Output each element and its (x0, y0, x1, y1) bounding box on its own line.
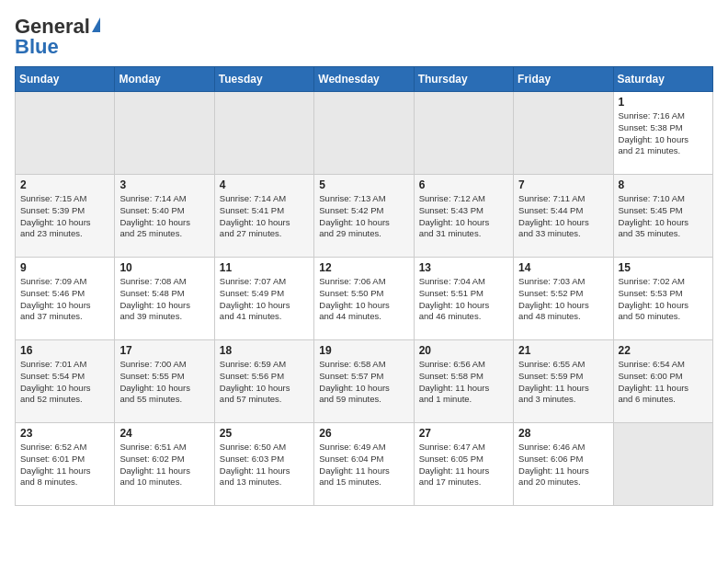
day-number: 26 (319, 427, 408, 440)
calendar-cell: 20Sunrise: 6:56 AM Sunset: 5:58 PM Dayli… (414, 340, 513, 423)
calendar-cell: 16Sunrise: 7:01 AM Sunset: 5:54 PM Dayli… (16, 340, 115, 423)
day-info: Sunrise: 7:13 AM Sunset: 5:42 PM Dayligh… (319, 193, 390, 238)
weekday-header-sunday: Sunday (16, 67, 115, 92)
day-number: 25 (220, 427, 309, 440)
weekday-header-friday: Friday (514, 67, 613, 92)
day-number: 1 (619, 96, 708, 109)
calendar-cell (314, 92, 414, 175)
calendar-cell (414, 92, 513, 175)
logo-arrow-icon (92, 17, 100, 32)
calendar-cell: 10Sunrise: 7:08 AM Sunset: 5:48 PM Dayli… (115, 258, 214, 340)
day-info: Sunrise: 7:07 AM Sunset: 5:49 PM Dayligh… (220, 276, 290, 321)
logo-blue: Blue (15, 35, 59, 59)
day-info: Sunrise: 7:14 AM Sunset: 5:40 PM Dayligh… (119, 193, 190, 238)
week-row-2: 2Sunrise: 7:15 AM Sunset: 5:39 PM Daylig… (16, 175, 713, 258)
calendar-cell: 11Sunrise: 7:07 AM Sunset: 5:49 PM Dayli… (214, 258, 313, 340)
calendar-cell: 27Sunrise: 6:47 AM Sunset: 6:05 PM Dayli… (414, 423, 513, 506)
day-number: 5 (319, 178, 408, 191)
day-number: 9 (20, 261, 109, 274)
weekday-header-row: SundayMondayTuesdayWednesdayThursdayFrid… (16, 67, 713, 92)
week-row-1: 1Sunrise: 7:16 AM Sunset: 5:38 PM Daylig… (16, 92, 713, 175)
day-info: Sunrise: 7:15 AM Sunset: 5:39 PM Dayligh… (20, 193, 91, 238)
week-row-3: 9Sunrise: 7:09 AM Sunset: 5:46 PM Daylig… (16, 258, 713, 340)
calendar-cell (115, 92, 214, 175)
day-number: 14 (518, 261, 608, 274)
day-info: Sunrise: 6:46 AM Sunset: 6:06 PM Dayligh… (518, 442, 589, 487)
day-info: Sunrise: 6:52 AM Sunset: 6:01 PM Dayligh… (20, 442, 91, 487)
calendar-cell: 3Sunrise: 7:14 AM Sunset: 5:40 PM Daylig… (115, 175, 214, 258)
calendar-cell: 19Sunrise: 6:58 AM Sunset: 5:57 PM Dayli… (314, 340, 414, 423)
day-number: 2 (20, 178, 109, 191)
day-number: 15 (619, 261, 708, 274)
day-info: Sunrise: 6:51 AM Sunset: 6:02 PM Dayligh… (119, 442, 190, 487)
day-info: Sunrise: 7:00 AM Sunset: 5:55 PM Dayligh… (119, 359, 190, 404)
day-number: 23 (20, 427, 109, 440)
day-number: 6 (419, 178, 508, 191)
day-info: Sunrise: 6:47 AM Sunset: 6:05 PM Dayligh… (419, 442, 490, 487)
calendar-cell: 9Sunrise: 7:09 AM Sunset: 5:46 PM Daylig… (16, 258, 115, 340)
day-info: Sunrise: 7:04 AM Sunset: 5:51 PM Dayligh… (419, 276, 490, 321)
calendar-cell: 1Sunrise: 7:16 AM Sunset: 5:38 PM Daylig… (613, 92, 712, 175)
day-number: 19 (319, 344, 408, 357)
calendar-cell: 6Sunrise: 7:12 AM Sunset: 5:43 PM Daylig… (414, 175, 513, 258)
day-info: Sunrise: 7:09 AM Sunset: 5:46 PM Dayligh… (20, 276, 91, 321)
day-number: 4 (220, 178, 309, 191)
day-number: 27 (419, 427, 508, 440)
day-number: 22 (619, 344, 708, 357)
day-number: 12 (319, 261, 408, 274)
calendar-cell: 26Sunrise: 6:49 AM Sunset: 6:04 PM Dayli… (314, 423, 414, 506)
calendar-table: SundayMondayTuesdayWednesdayThursdayFrid… (15, 66, 713, 506)
logo: General Blue (15, 15, 100, 59)
day-number: 3 (119, 178, 209, 191)
day-number: 8 (619, 178, 708, 191)
weekday-header-wednesday: Wednesday (314, 67, 414, 92)
day-info: Sunrise: 7:03 AM Sunset: 5:52 PM Dayligh… (518, 276, 589, 321)
calendar-cell: 4Sunrise: 7:14 AM Sunset: 5:41 PM Daylig… (214, 175, 313, 258)
calendar-cell: 25Sunrise: 6:50 AM Sunset: 6:03 PM Dayli… (214, 423, 313, 506)
calendar-cell: 5Sunrise: 7:13 AM Sunset: 5:42 PM Daylig… (314, 175, 414, 258)
day-info: Sunrise: 7:06 AM Sunset: 5:50 PM Dayligh… (319, 276, 390, 321)
day-info: Sunrise: 7:10 AM Sunset: 5:45 PM Dayligh… (619, 193, 689, 238)
calendar-cell (214, 92, 313, 175)
day-info: Sunrise: 7:02 AM Sunset: 5:53 PM Dayligh… (619, 276, 689, 321)
calendar-cell: 2Sunrise: 7:15 AM Sunset: 5:39 PM Daylig… (16, 175, 115, 258)
day-info: Sunrise: 6:59 AM Sunset: 5:56 PM Dayligh… (220, 359, 290, 404)
calendar-cell (514, 92, 613, 175)
calendar-cell: 8Sunrise: 7:10 AM Sunset: 5:45 PM Daylig… (613, 175, 712, 258)
day-info: Sunrise: 7:01 AM Sunset: 5:54 PM Dayligh… (20, 359, 91, 404)
day-info: Sunrise: 7:12 AM Sunset: 5:43 PM Dayligh… (419, 193, 490, 238)
day-info: Sunrise: 7:08 AM Sunset: 5:48 PM Dayligh… (119, 276, 190, 321)
week-row-5: 23Sunrise: 6:52 AM Sunset: 6:01 PM Dayli… (16, 423, 713, 506)
day-number: 28 (518, 427, 608, 440)
day-number: 7 (518, 178, 608, 191)
day-number: 21 (518, 344, 608, 357)
day-info: Sunrise: 6:49 AM Sunset: 6:04 PM Dayligh… (319, 442, 390, 487)
calendar-cell: 15Sunrise: 7:02 AM Sunset: 5:53 PM Dayli… (613, 258, 712, 340)
calendar-cell: 13Sunrise: 7:04 AM Sunset: 5:51 PM Dayli… (414, 258, 513, 340)
weekday-header-monday: Monday (115, 67, 214, 92)
day-info: Sunrise: 7:16 AM Sunset: 5:38 PM Dayligh… (619, 110, 689, 155)
calendar-cell: 18Sunrise: 6:59 AM Sunset: 5:56 PM Dayli… (214, 340, 313, 423)
week-row-4: 16Sunrise: 7:01 AM Sunset: 5:54 PM Dayli… (16, 340, 713, 423)
day-number: 11 (220, 261, 309, 274)
calendar-cell: 23Sunrise: 6:52 AM Sunset: 6:01 PM Dayli… (16, 423, 115, 506)
day-number: 16 (20, 344, 109, 357)
day-number: 24 (119, 427, 209, 440)
calendar-cell (16, 92, 115, 175)
weekday-header-saturday: Saturday (613, 67, 712, 92)
day-info: Sunrise: 7:11 AM Sunset: 5:44 PM Dayligh… (518, 193, 589, 238)
weekday-header-thursday: Thursday (414, 67, 513, 92)
day-number: 10 (119, 261, 209, 274)
calendar-cell: 21Sunrise: 6:55 AM Sunset: 5:59 PM Dayli… (514, 340, 613, 423)
day-info: Sunrise: 6:55 AM Sunset: 5:59 PM Dayligh… (518, 359, 589, 404)
calendar-cell: 24Sunrise: 6:51 AM Sunset: 6:02 PM Dayli… (115, 423, 214, 506)
calendar-cell: 22Sunrise: 6:54 AM Sunset: 6:00 PM Dayli… (613, 340, 712, 423)
day-number: 13 (419, 261, 508, 274)
weekday-header-tuesday: Tuesday (214, 67, 313, 92)
day-info: Sunrise: 6:56 AM Sunset: 5:58 PM Dayligh… (419, 359, 490, 404)
day-info: Sunrise: 6:54 AM Sunset: 6:00 PM Dayligh… (619, 359, 689, 404)
day-info: Sunrise: 6:50 AM Sunset: 6:03 PM Dayligh… (220, 442, 290, 487)
calendar-cell: 12Sunrise: 7:06 AM Sunset: 5:50 PM Dayli… (314, 258, 414, 340)
day-info: Sunrise: 7:14 AM Sunset: 5:41 PM Dayligh… (220, 193, 290, 238)
calendar-cell: 17Sunrise: 7:00 AM Sunset: 5:55 PM Dayli… (115, 340, 214, 423)
